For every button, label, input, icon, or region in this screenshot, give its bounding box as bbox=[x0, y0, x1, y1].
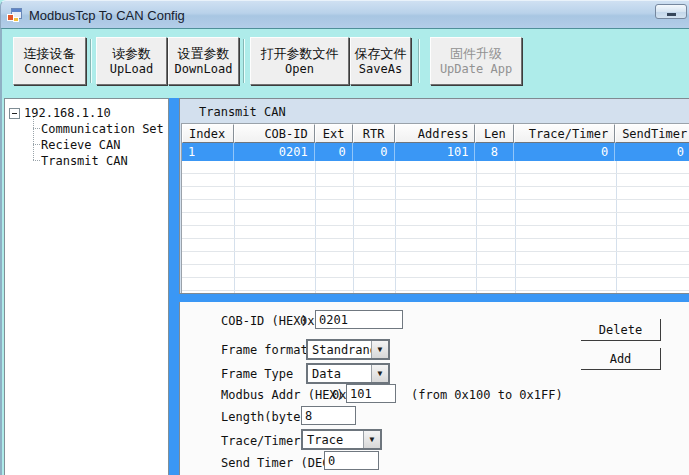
upload-button[interactable]: 读参数 UpLoad bbox=[96, 37, 167, 85]
trace-timer-select[interactable]: Trace ▼ bbox=[301, 429, 382, 450]
send-timer-input[interactable] bbox=[324, 451, 379, 470]
cell-index[interactable]: 1 bbox=[182, 143, 234, 161]
column-header-len[interactable]: Len bbox=[475, 124, 514, 143]
tree-node-recieve-can[interactable]: Recieve CAN bbox=[41, 138, 120, 152]
frame-type-select[interactable]: Data ▼ bbox=[306, 363, 390, 384]
grid-empty-area bbox=[182, 161, 689, 293]
tree-connector bbox=[33, 117, 34, 161]
column-header-index[interactable]: Index bbox=[182, 124, 234, 143]
column-header-ext[interactable]: Ext bbox=[315, 124, 353, 143]
frame-format-select[interactable]: Standrand ▼ bbox=[306, 339, 390, 360]
cell-address[interactable]: 101 bbox=[395, 143, 476, 161]
connect-button[interactable]: 连接设备 Connect bbox=[13, 37, 86, 85]
length-input[interactable] bbox=[301, 406, 356, 425]
cell-cob-id[interactable]: 0201 bbox=[234, 143, 315, 161]
tree-node-device[interactable]: 192.168.1.10 bbox=[9, 106, 111, 120]
frame-format-label: Frame format bbox=[221, 343, 308, 357]
modbus-addr-range-note: (from 0x100 to 0x1FF) bbox=[411, 388, 563, 402]
send-timer-label: Send Timer (DEC) bbox=[221, 456, 337, 470]
column-header-trace-timer[interactable]: Trace/Timer bbox=[514, 124, 615, 143]
can-grid: Index COB-ID Ext RTR Address Len Trace/T… bbox=[181, 123, 689, 293]
update-app-button: 固件升级 UpDate App bbox=[430, 37, 522, 85]
cob-id-hex-prefix: 0x bbox=[300, 314, 314, 328]
app-icon bbox=[7, 7, 23, 23]
cell-ext[interactable]: 0 bbox=[315, 143, 353, 161]
tree-node-transmit-can[interactable]: Transmit CAN bbox=[41, 154, 128, 168]
open-file-button[interactable]: 打开参数文件 Open bbox=[250, 37, 349, 85]
app-window: ModbusTcp To CAN Config 连接设备 Connect 读参数… bbox=[0, 0, 689, 475]
vertical-splitter[interactable] bbox=[169, 98, 179, 475]
save-as-button[interactable]: 保存文件 SaveAs bbox=[350, 37, 411, 85]
parameter-form: COB-ID (HEX) 0x Delete Frame format Stan… bbox=[179, 302, 689, 475]
cell-len[interactable]: 8 bbox=[475, 143, 514, 161]
delete-button[interactable]: Delete bbox=[581, 319, 661, 341]
modbus-addr-hex-prefix: 0x bbox=[332, 388, 346, 402]
toolbar-separator bbox=[243, 39, 245, 83]
grid-row-selected[interactable]: 1 0201 0 0 101 8 0 0 bbox=[182, 143, 689, 161]
cob-id-input[interactable] bbox=[315, 310, 403, 329]
transmit-can-group: Transmit CAN Index COB-ID Ext RTR Addres… bbox=[179, 98, 689, 294]
column-header-address[interactable]: Address bbox=[395, 124, 476, 143]
toolbar-separator bbox=[90, 39, 92, 83]
trace-timer-label: Trace/Timer bbox=[221, 434, 300, 448]
title-bar[interactable]: ModbusTcp To CAN Config bbox=[0, 0, 689, 28]
modbus-addr-input[interactable] bbox=[346, 384, 396, 403]
column-header-rtr[interactable]: RTR bbox=[353, 124, 395, 143]
toolbar-separator bbox=[418, 39, 420, 83]
cob-id-label: COB-ID (HEX) bbox=[221, 314, 308, 328]
minimize-icon bbox=[667, 13, 676, 16]
horizontal-splitter[interactable] bbox=[179, 294, 689, 302]
chevron-down-icon[interactable]: ▼ bbox=[371, 341, 388, 358]
group-title: Transmit CAN bbox=[199, 105, 286, 119]
chevron-down-icon[interactable]: ▼ bbox=[363, 431, 380, 448]
modbus-addr-label: Modbus Addr (HEX) bbox=[221, 388, 344, 402]
column-header-send-timer[interactable]: SendTimer bbox=[615, 124, 689, 143]
client-area: 连接设备 Connect 读参数 UpLoad 设置参数 DownLoad 打开… bbox=[0, 28, 689, 475]
tree-root-label[interactable]: 192.168.1.10 bbox=[24, 106, 111, 120]
device-tree: 192.168.1.10 Communication Set Recieve C… bbox=[4, 98, 169, 475]
cell-rtr[interactable]: 0 bbox=[353, 143, 395, 161]
frame-type-label: Frame Type bbox=[221, 367, 293, 381]
window-title: ModbusTcp To CAN Config bbox=[29, 8, 185, 23]
tree-node-communication-set[interactable]: Communication Set bbox=[41, 122, 164, 136]
cell-trace-timer[interactable]: 0 bbox=[514, 143, 615, 161]
add-button[interactable]: Add bbox=[581, 348, 661, 370]
chevron-down-icon[interactable]: ▼ bbox=[371, 365, 388, 382]
download-button[interactable]: 设置参数 DownLoad bbox=[168, 37, 239, 85]
grid-header-row: Index COB-ID Ext RTR Address Len Trace/T… bbox=[182, 124, 689, 143]
cell-send-timer[interactable]: 0 bbox=[615, 143, 689, 161]
tree-collapse-icon[interactable] bbox=[9, 108, 20, 119]
length-label: Length(byte) bbox=[221, 410, 308, 424]
minimize-button[interactable] bbox=[655, 4, 687, 19]
column-header-cob-id[interactable]: COB-ID bbox=[234, 124, 315, 143]
